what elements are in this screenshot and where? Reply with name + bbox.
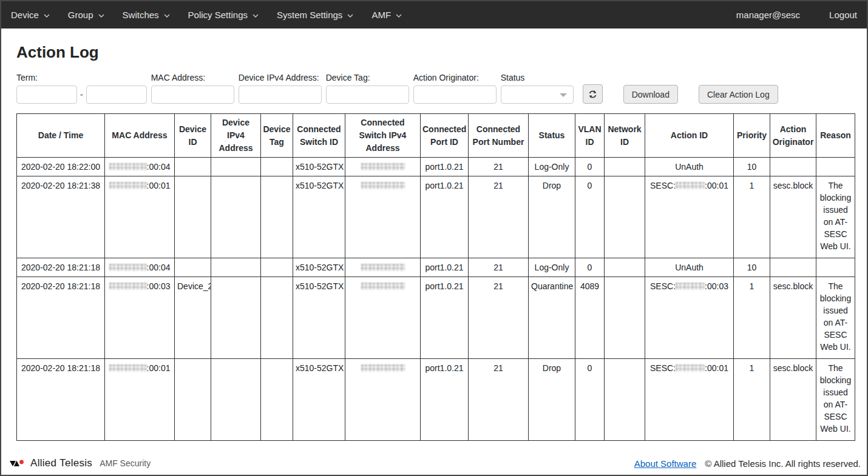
footer-right: About Software © Allied Telesis Inc. All… — [634, 458, 861, 469]
table-cell — [211, 359, 261, 441]
table-cell — [345, 277, 421, 359]
table-cell: Quarantine — [529, 277, 575, 359]
table-cell: Drop — [529, 176, 575, 258]
table-cell: SESC::00:03 — [645, 277, 734, 359]
table-cell: 2020-02-20 18:21:18 — [17, 359, 105, 441]
table-cell — [211, 258, 261, 277]
nav-menu-device[interactable]: Device — [11, 10, 50, 20]
table-cell — [211, 158, 261, 176]
table-cell — [605, 158, 645, 176]
table-cell: UnAuth — [645, 258, 734, 277]
app-window: Device Group Switches Policy Settings Sy… — [0, 0, 868, 476]
tag-filter-group: Device Tag: — [326, 73, 409, 104]
table-cell: 10 — [734, 258, 770, 277]
filter-bar: Term: - MAC Address: Device IPv4 Address… — [16, 73, 852, 104]
brand-block: Allied Telesis AMF Security — [10, 457, 151, 469]
refresh-button[interactable] — [583, 84, 603, 104]
table-cell — [211, 277, 261, 359]
dropdown-arrow-icon — [560, 93, 567, 97]
nav-menu-group[interactable]: Group — [68, 10, 104, 20]
nav-menu-label: Switches — [123, 10, 159, 20]
table-cell: 0 — [575, 258, 605, 277]
table-cell — [261, 258, 293, 277]
chevron-down-icon — [253, 14, 259, 18]
table-header-row: Date / Time MAC Address Device ID Device… — [17, 114, 855, 158]
table-cell — [816, 158, 855, 176]
about-software-link[interactable]: About Software — [634, 458, 697, 469]
col-header-vlan-id: VLAN ID — [575, 114, 605, 158]
col-header-date-time: Date / Time — [17, 114, 105, 158]
table-cell: port1.0.21 — [421, 258, 469, 277]
log-table-body: 2020-02-20 18:22:00:00:04x510-52GTXport1… — [17, 158, 855, 441]
col-header-network-id: Network ID — [605, 114, 645, 158]
table-cell: 10 — [734, 158, 770, 176]
table-cell — [175, 258, 211, 277]
nav-menu-system-settings[interactable]: System Settings — [277, 10, 353, 20]
device-tag-label: Device Tag: — [326, 73, 409, 82]
term-to-input[interactable] — [86, 85, 147, 104]
refresh-icon — [588, 89, 598, 99]
term-label: Term: — [16, 73, 147, 82]
product-name: AMF Security — [100, 458, 151, 468]
table-cell: SESC::00:01 — [645, 359, 734, 441]
table-cell — [175, 158, 211, 176]
nav-menu-label: System Settings — [277, 10, 342, 20]
table-cell — [261, 176, 293, 258]
redacted-text — [361, 264, 405, 271]
table-cell: 21 — [469, 158, 529, 176]
redacted-text — [109, 283, 147, 290]
copyright-text: © Allied Telesis Inc. All rights reserve… — [705, 458, 861, 469]
table-cell: Log-Only — [529, 258, 575, 277]
status-label: Status — [501, 73, 574, 82]
term-from-input[interactable] — [16, 85, 77, 104]
action-originator-input[interactable] — [413, 85, 497, 104]
table-cell: SESC::00:01 — [645, 176, 734, 258]
table-cell: port1.0.21 — [421, 359, 469, 441]
col-header-connected-port-number: Connected Port Number — [469, 114, 529, 158]
table-cell: 0 — [575, 176, 605, 258]
table-cell: :00:03 — [105, 277, 175, 359]
mac-address-input[interactable] — [151, 85, 234, 104]
table-row: 2020-02-20 18:22:00:00:04x510-52GTXport1… — [17, 158, 855, 176]
nav-menu-switches[interactable]: Switches — [123, 10, 170, 20]
ipv4-filter-group: Device IPv4 Address: — [239, 73, 322, 104]
table-cell: 2020-02-20 18:21:18 — [17, 258, 105, 277]
table-cell — [261, 158, 293, 176]
table-cell: :00:04 — [105, 158, 175, 176]
table-cell — [770, 158, 816, 176]
nav-menu-label: AMF — [371, 10, 391, 20]
chevron-down-icon — [44, 14, 50, 18]
navbar-right: manager@sesc Logout — [736, 10, 857, 20]
device-tag-input[interactable] — [326, 85, 409, 104]
status-select[interactable] — [501, 85, 574, 104]
table-cell — [605, 258, 645, 277]
col-header-device-id: Device ID — [175, 114, 211, 158]
clear-action-log-button[interactable]: Clear Action Log — [699, 85, 778, 104]
redacted-text — [676, 283, 705, 290]
table-cell — [605, 359, 645, 441]
download-button[interactable]: Download — [623, 85, 678, 104]
nav-menu-amf[interactable]: AMF — [371, 10, 402, 20]
mac-filter-group: MAC Address: — [151, 73, 234, 104]
nav-menu-label: Group — [68, 10, 93, 20]
redacted-text — [361, 283, 405, 290]
nav-menu-policy-settings[interactable]: Policy Settings — [188, 10, 259, 20]
table-cell — [605, 176, 645, 258]
table-cell: :00:01 — [105, 176, 175, 258]
table-cell: 2020-02-20 18:22:00 — [17, 158, 105, 176]
col-header-mac-address: MAC Address — [105, 114, 175, 158]
table-cell: sesc.block — [770, 359, 816, 441]
table-cell — [175, 176, 211, 258]
redacted-text — [361, 364, 405, 372]
col-header-connected-switch-id: Connected Switch ID — [293, 114, 345, 158]
table-cell: port1.0.21 — [421, 158, 469, 176]
originator-filter-group: Action Originator: — [413, 73, 497, 104]
table-cell: Drop — [529, 359, 575, 441]
device-ipv4-input[interactable] — [239, 85, 322, 104]
logout-link[interactable]: Logout — [829, 10, 857, 20]
col-header-action-originator: Action Originator — [770, 114, 816, 158]
table-cell: 0 — [575, 158, 605, 176]
chevron-down-icon — [396, 14, 402, 18]
table-cell: x510-52GTX — [293, 176, 345, 258]
table-cell — [816, 258, 855, 277]
